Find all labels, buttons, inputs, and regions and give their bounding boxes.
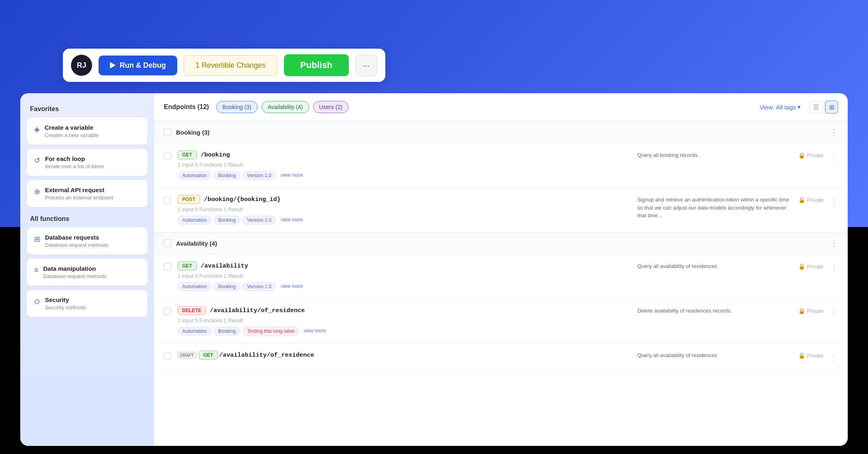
endpoint-checkbox[interactable] — [164, 352, 171, 360]
tag[interactable]: Version 1.0 — [243, 171, 276, 180]
sidebar-item-security[interactable]: ⊙ Security Security methods — [27, 290, 148, 317]
endpoint-description: Delete availability of residences record… — [638, 306, 792, 315]
endpoint-path[interactable]: /availability/of_residence — [210, 307, 305, 314]
endpoint-visibility: 🔒 Private — [798, 152, 823, 158]
endpoint-desc-text: Signup and retrieve an authentication to… — [638, 196, 792, 220]
tag[interactable]: Automation — [178, 171, 211, 180]
view-more-tag[interactable]: view more — [301, 327, 329, 336]
endpoint-checkbox[interactable] — [164, 263, 171, 270]
endpoint-path[interactable]: /availability — [201, 263, 248, 270]
tag[interactable]: Booking — [214, 216, 240, 225]
availability-group-checkbox[interactable] — [164, 240, 171, 247]
publish-button[interactable]: Publish — [284, 54, 348, 76]
endpoint-meta: 1 input 5 Functions 1 Result — [178, 273, 631, 279]
sidebar-item-subtitle: Database request methods — [43, 273, 107, 279]
endpoint-tags: Automation Booking Testing-this-long-lab… — [178, 327, 631, 336]
endpoint-path[interactable]: /booking/{booking_id} — [204, 196, 281, 203]
toolbar: RJ Run & Debug 1 Revertible Changes Publ… — [63, 49, 385, 82]
sidebar-item-subtitle: Security methods — [45, 304, 86, 311]
data-icon: ≡ — [34, 266, 39, 274]
list-view-button[interactable]: ☰ — [810, 101, 823, 114]
lock-icon: 🔒 — [798, 263, 805, 270]
sidebar-item-title: Security — [45, 296, 86, 303]
filter-users[interactable]: Users (2) — [313, 101, 349, 113]
tag[interactable]: Automation — [178, 282, 211, 291]
endpoint-description: Query all availability of residences — [638, 261, 792, 270]
tag[interactable]: Booking — [214, 171, 240, 180]
variable-icon: ◈ — [34, 125, 40, 134]
endpoint-desc-text: Query all booking records. — [638, 151, 792, 159]
endpoint-row: POST /booking/{booking_id} 1 input 5 Fun… — [154, 188, 848, 232]
endpoint-row: DRAFT GET /availability/of_residence Que… — [154, 343, 848, 370]
loop-icon: ↺ — [34, 156, 40, 165]
booking-group-header: Booking (3) ⋮ — [154, 121, 848, 143]
view-more-tag[interactable]: view more — [278, 216, 305, 225]
sidebar-item-external-api[interactable]: ⊕ External API request Process an extern… — [27, 180, 148, 207]
more-options-button[interactable]: ··· — [355, 55, 378, 76]
sidebar-item-data-manipulation[interactable]: ≡ Data manipulation Database request met… — [27, 259, 148, 286]
method-badge-post: POST — [178, 195, 200, 204]
main-panel: Favorites ◈ Create a variable Creates a … — [20, 93, 848, 446]
availability-group-header: Availability (4) ⋮ — [154, 232, 848, 254]
endpoint-more-button[interactable]: ⋮ — [830, 152, 838, 162]
tag[interactable]: Automation — [178, 216, 211, 225]
sidebar-item-subtitle: Creates a new variable — [45, 132, 99, 138]
endpoint-checkbox[interactable] — [164, 308, 171, 315]
all-functions-title: All functions — [27, 215, 148, 223]
sidebar-item-create-variable[interactable]: ◈ Create a variable Creates a new variab… — [27, 118, 148, 145]
database-icon: ⊞ — [34, 235, 40, 244]
endpoint-row: DELETE /availability/of_residence 1 inpu… — [154, 299, 848, 343]
tag[interactable]: Version 1.0 — [243, 216, 276, 225]
endpoint-more-button[interactable]: ⋮ — [830, 263, 838, 273]
endpoint-tags: Automation Booking Version 1.0 view more — [178, 282, 631, 291]
chevron-down-icon: ▾ — [797, 103, 801, 111]
endpoint-more-button[interactable]: ⋮ — [830, 352, 838, 362]
tag[interactable]: Version 1.0 — [243, 282, 276, 291]
run-debug-button[interactable]: Run & Debug — [99, 56, 177, 75]
sidebar-item-title: For each loop — [45, 155, 104, 162]
view-more-tag[interactable]: view more — [278, 171, 305, 180]
availability-group-title: Availability (4) — [176, 240, 217, 247]
sidebar-item-title: External API request — [45, 186, 113, 193]
booking-group-checkbox[interactable] — [164, 128, 171, 136]
tag[interactable]: Booking — [214, 282, 240, 291]
sidebar-item-database-requests[interactable]: ⊞ Database requests Database request met… — [27, 227, 148, 255]
tag[interactable]: Testing-this-long-label — [243, 327, 299, 336]
endpoint-checkbox[interactable] — [164, 197, 171, 204]
tag[interactable]: Automation — [178, 327, 211, 336]
content-area: Endpoints (12) Booking (3) Availability … — [154, 93, 848, 446]
revertible-changes-button[interactable]: 1 Revertible Changes — [184, 55, 277, 76]
endpoint-description: Signup and retrieve an authentication to… — [638, 195, 792, 220]
endpoints-header: Endpoints (12) Booking (3) Availability … — [154, 93, 848, 121]
endpoint-row: GET /booking 1 input 5 Functions 1 Resul… — [154, 143, 848, 188]
sidebar-item-title: Database requests — [45, 234, 108, 241]
booking-group-title: Booking (3) — [176, 129, 210, 136]
method-badge-get: GET — [199, 351, 218, 360]
endpoint-tags: Automation Booking Version 1.0 view more — [178, 171, 631, 180]
view-more-tag[interactable]: view more — [278, 282, 305, 291]
endpoint-checkbox[interactable] — [164, 152, 171, 159]
draft-label: DRAFT — [178, 352, 196, 359]
endpoint-meta: 1 input 5 Functions 1 Result — [178, 162, 631, 168]
filter-booking[interactable]: Booking (3) — [216, 101, 258, 113]
booking-group-more[interactable]: ⋮ — [830, 127, 838, 137]
endpoint-more-button[interactable]: ⋮ — [830, 308, 838, 317]
availability-group-more[interactable]: ⋮ — [830, 238, 838, 248]
sidebar-item-for-each-loop[interactable]: ↺ For each loop Iterate over a list of i… — [27, 149, 148, 176]
endpoint-desc-text: Delete availability of residences record… — [638, 307, 792, 315]
api-icon: ⊕ — [34, 187, 40, 196]
filter-availability[interactable]: Availability (4) — [262, 101, 309, 113]
sidebar-item-subtitle: Process an external endpoint — [45, 195, 113, 201]
method-badge-get: GET — [178, 261, 197, 270]
endpoint-visibility: 🔒 Private — [798, 197, 823, 203]
endpoint-tags: Automation Booking Version 1.0 view more — [178, 216, 631, 225]
endpoint-more-button[interactable]: ⋮ — [830, 197, 838, 206]
lock-icon: 🔒 — [798, 152, 805, 158]
endpoint-path[interactable]: /booking — [201, 152, 230, 158]
tag[interactable]: Booking — [214, 327, 240, 336]
sidebar-item-subtitle: Iterate over a list of items — [45, 163, 104, 169]
grid-view-button[interactable]: ⊞ — [825, 101, 838, 114]
endpoint-path[interactable]: /availability/of_residence — [219, 352, 314, 359]
method-badge-delete: DELETE — [178, 306, 206, 315]
view-all-tags[interactable]: View: All tags ▾ — [760, 103, 801, 111]
